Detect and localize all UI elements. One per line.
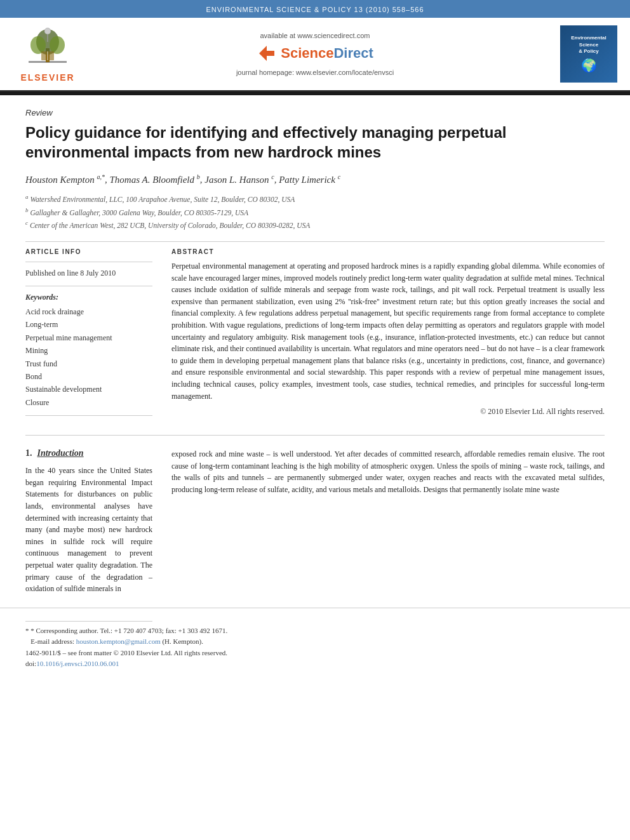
keyword-1: Acid rock drainage (25, 305, 152, 318)
section-header: 1. Introduction (25, 448, 152, 458)
article-info-label: Article Info (25, 248, 152, 255)
section-intro-right: exposed rock and mine waste – is well un… (171, 448, 605, 595)
abstract-col: Abstract Perpetual environmental managem… (171, 248, 605, 422)
divider-end-kw (25, 415, 152, 416)
keyword-7: Sustainable development (25, 383, 152, 396)
affiliations: a Watershed Environmental, LLC, 100 Arap… (25, 192, 605, 231)
keyword-8: Closure (25, 396, 152, 409)
sciencedirect-center: available at www.sciencedirect.com Scien… (83, 32, 547, 76)
article-title: Policy guidance for identifying and effe… (25, 123, 605, 162)
footnotes: * * Corresponding author. Tel.: +1 720 4… (0, 608, 630, 683)
article-meta-section: Article Info Published on line 8 July 20… (25, 248, 605, 422)
published-date: Published on line 8 July 2010 (25, 269, 152, 278)
svg-marker-9 (259, 46, 274, 61)
journal-homepage: journal homepage: www.elsevier.com/locat… (236, 69, 394, 76)
svg-point-5 (44, 28, 51, 34)
footnote-email: E-mail address: houston.kempton@gmail.co… (25, 636, 605, 648)
keyword-5: Trust fund (25, 357, 152, 370)
journal-logo-title: EnvironmentalScience& Policy (571, 35, 607, 55)
abstract-label: Abstract (171, 248, 605, 255)
sciencedirect-logo: ScienceDirect (257, 43, 373, 63)
footnote-corresponding: * * Corresponding author. Tel.: +1 720 4… (25, 625, 605, 637)
authors-list: Houston Kempton a,*, Thomas A. Bloomfiel… (25, 172, 605, 187)
sd-wordmark: ScienceDirect (281, 45, 373, 62)
keyword-4: Mining (25, 344, 152, 357)
email-link[interactable]: houston.kempton@gmail.com (76, 637, 161, 645)
footnote-divider (25, 621, 152, 622)
elsevier-tree-icon (22, 26, 73, 70)
footnote-issn: 1462-9011/$ – see front matter © 2010 El… (25, 648, 605, 659)
journal-logo-box: EnvironmentalScience& Policy 🌍 (547, 25, 617, 83)
available-text: available at www.sciencedirect.com (260, 32, 370, 39)
elsevier-wordmark: ELSEVIER (20, 72, 74, 83)
doi-link[interactable]: 10.1016/j.envsci.2010.06.001 (36, 660, 119, 667)
section-left-text: In the 40 years since the United States … (25, 465, 152, 595)
journal-citation: Environmental Science & Policy 13 (2010)… (206, 6, 424, 13)
section-intro-left: 1. Introduction In the 40 years since th… (25, 448, 152, 595)
copyright-text: © 2010 Elsevier Ltd. All rights reserved… (171, 407, 605, 417)
footnote-doi: doi:10.1016/j.envsci.2010.06.001 (25, 658, 605, 670)
journal-header-bar: Environmental Science & Policy 13 (2010)… (0, 0, 630, 18)
divider-1 (25, 241, 605, 242)
body-section: 1. Introduction In the 40 years since th… (0, 436, 630, 608)
section-title: Introduction (37, 448, 84, 458)
article-type-label: Review (25, 108, 605, 117)
abstract-text: Perpetual environmental management at op… (171, 260, 605, 402)
footnote-star: * (25, 627, 30, 634)
keywords-list: Acid rock drainage Long-term Perpetual m… (25, 305, 152, 409)
article-content: Review Policy guidance for identifying a… (0, 95, 630, 435)
page-header: ELSEVIER available at www.sciencedirect.… (0, 18, 630, 91)
keywords-label: Keywords: (25, 293, 152, 302)
keyword-6: Bond (25, 370, 152, 383)
divider-kw (25, 286, 152, 286)
section-number: 1. (25, 448, 32, 458)
article-info-col: Article Info Published on line 8 July 20… (25, 248, 152, 422)
keyword-2: Long-term (25, 318, 152, 331)
keyword-3: Perpetual mine management (25, 331, 152, 344)
svg-point-3 (30, 36, 46, 54)
section-right-text: exposed rock and mine waste – is well un… (171, 448, 605, 495)
page: Environmental Science & Policy 13 (2010)… (0, 0, 630, 840)
journal-logo: EnvironmentalScience& Policy 🌍 (560, 25, 617, 83)
elsevier-logo: ELSEVIER (13, 26, 83, 83)
globe-icon: 🌍 (581, 58, 597, 73)
sd-arrow-icon (257, 43, 277, 63)
divider-ai (25, 262, 152, 262)
svg-point-4 (50, 36, 65, 54)
